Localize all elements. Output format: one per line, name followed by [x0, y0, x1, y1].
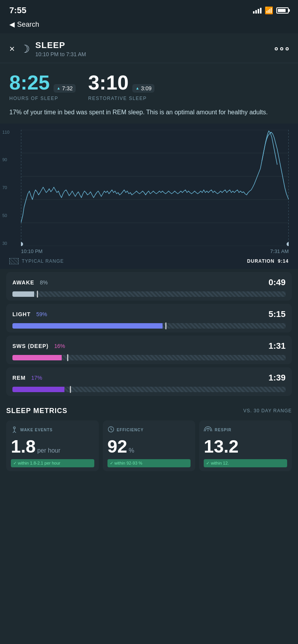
chart-footer: TYPICAL RANGE DURATION 9:14 [9, 254, 289, 266]
stage-bar-awake [12, 291, 286, 297]
stage-time-rem: 1:39 [269, 373, 286, 383]
sleep-chart-svg [21, 130, 289, 246]
metric-footer-wake: ✓ within 1.8-2.1 per hour [11, 459, 94, 467]
sleep-title-block: SLEEP 10:10 PM to 7:31 AM [35, 40, 86, 57]
stage-card-deep: SWS (DEEP) 16% 1:31 [6, 336, 292, 364]
metric-big-respiration: 13.2 [204, 437, 239, 455]
signal-icon [253, 7, 262, 14]
restorative-avg: 3:09 [141, 85, 151, 91]
stage-card-light: LIGHT 59% 5:15 [6, 304, 292, 332]
metric-value-respiration: 13.2 [204, 437, 287, 455]
stage-time-deep: 1:31 [269, 341, 286, 351]
svg-line-13 [14, 431, 16, 433]
metrics-title: SLEEP METRICS [6, 407, 68, 415]
sleep-header: × ☽ SLEEP 10:10 PM to 7:31 AM [0, 33, 298, 63]
metric-value-wake: 1.8 per hour [11, 437, 94, 455]
metric-label-wake: WAKE EVENTS [20, 428, 53, 432]
moon-icon: ☽ [20, 43, 30, 55]
svg-line-12 [13, 431, 14, 433]
stats-row: 8:25 ▲ 7:32 HOURS OF SLEEP 3:10 ▲ 3:09 R… [9, 71, 289, 101]
stage-bar-fill-light [12, 323, 163, 329]
metric-footer-respiration-text: ✓ within 12. [206, 461, 229, 466]
more-dot-3 [286, 47, 289, 50]
stage-marker-light [165, 322, 166, 329]
status-time: 7:55 [9, 5, 26, 15]
hours-label: HOURS OF SLEEP [9, 96, 76, 101]
stage-bar-fill-awake [12, 291, 34, 297]
metric-card-wake-events: WAKE EVENTS 1.8 per hour ✓ within 1.8-2.… [6, 420, 99, 471]
more-dot-1 [275, 47, 278, 50]
metric-card-header-respiration: RESPIR [204, 426, 287, 434]
stage-header-light: LIGHT 59% 5:15 [12, 309, 286, 319]
chart-y-labels: 110 90 70 50 30 [2, 130, 9, 246]
stage-card-rem: REM 17% 1:39 [6, 367, 292, 396]
metrics-cards: WAKE EVENTS 1.8 per hour ✓ within 1.8-2.… [6, 420, 292, 471]
metric-label-efficiency: EFFICIENCY [117, 428, 144, 432]
stage-time-awake: 0:49 [269, 277, 286, 288]
hours-of-sleep-value: 8:25 [9, 71, 50, 94]
hours-of-sleep-block: 8:25 ▲ 7:32 HOURS OF SLEEP [9, 71, 76, 101]
duration-block: DURATION 9:14 [247, 258, 289, 264]
metric-big-wake: 1.8 [11, 437, 36, 455]
y-label-90: 90 [2, 157, 9, 162]
status-icons: 📶 [253, 6, 289, 15]
wifi-icon: 📶 [265, 6, 273, 15]
more-dot-2 [280, 47, 283, 50]
sleep-header-left: × ☽ SLEEP 10:10 PM to 7:31 AM [9, 40, 86, 57]
restorative-sleep-block: 3:10 ▲ 3:09 RESTORATIVE SLEEP [88, 71, 154, 101]
more-button[interactable] [275, 47, 289, 50]
back-button[interactable]: ◀ Search [9, 20, 39, 29]
stage-header-awake: AWAKE 8% 0:49 [12, 277, 286, 288]
sleep-time-range: 10:10 PM to 7:31 AM [35, 51, 86, 57]
stage-bar-fill-rem [12, 387, 64, 392]
metric-card-header-efficiency: EFFICIENCY [107, 426, 191, 434]
hours-badge: ▲ 7:32 [54, 84, 76, 93]
restorative-arrow-icon: ▲ [135, 86, 139, 90]
respiration-icon [204, 426, 212, 434]
y-label-70: 70 [2, 185, 9, 190]
metric-footer-efficiency-text: ✓ within 92-93 % [110, 461, 142, 466]
stage-header-rem: REM 17% 1:39 [12, 373, 286, 383]
metric-unit-efficiency: % [129, 447, 134, 454]
restorative-label: RESTORATIVE SLEEP [88, 96, 154, 101]
y-label-110: 110 [2, 130, 9, 134]
wake-events-icon [11, 426, 18, 434]
stages-section: AWAKE 8% 0:49 LIGHT 59% 5:15 SWS (DEEP [0, 269, 298, 399]
metric-footer-efficiency: ✓ within 92-93 % [107, 459, 191, 467]
back-arrow-icon: ◀ [9, 20, 15, 29]
duration-label: DURATION [247, 258, 274, 264]
stage-bar-deep [12, 355, 286, 360]
stage-name-light: LIGHT 59% [12, 311, 47, 318]
metric-card-efficiency: EFFICIENCY 92 % ✓ within 92-93 % [103, 420, 196, 471]
battery-icon [276, 7, 289, 14]
chart-end-time: 7:31 AM [270, 248, 289, 254]
metric-big-efficiency: 92 [107, 437, 127, 455]
hours-avg: 7:32 [62, 85, 73, 91]
svg-point-9 [287, 242, 289, 246]
stage-name-deep: SWS (DEEP) 16% [12, 343, 65, 350]
status-bar: 7:55 📶 [0, 0, 298, 19]
metric-label-respiration: RESPIR [215, 428, 231, 432]
stage-name-rem: REM 17% [12, 374, 42, 381]
metric-value-efficiency: 92 % [107, 437, 191, 455]
stage-time-light: 5:15 [269, 309, 286, 319]
metric-card-header-wake: WAKE EVENTS [11, 426, 94, 434]
stage-bar-fill-deep [12, 355, 62, 360]
efficiency-icon [107, 426, 114, 434]
typical-range: TYPICAL RANGE [9, 258, 64, 264]
close-button[interactable]: × [9, 43, 15, 54]
chart-time-labels: 10:10 PM 7:31 AM [21, 246, 289, 254]
stage-marker-deep [67, 354, 68, 361]
duration-value: 9:14 [278, 258, 289, 264]
metrics-header: SLEEP METRICS VS. 30 DAY RANGE [6, 407, 292, 415]
metric-footer-respiration: ✓ within 12. [204, 459, 287, 467]
stage-marker-rem [70, 386, 71, 393]
range-icon [9, 258, 19, 264]
metric-unit-wake: per hour [37, 447, 61, 454]
stage-bar-light [12, 323, 286, 329]
rem-note: 17% of your time in bed was spent in REM… [9, 107, 289, 117]
metric-footer-wake-text: ✓ within 1.8-2.1 per hour [13, 461, 61, 466]
stage-card-awake: AWAKE 8% 0:49 [6, 272, 292, 301]
metrics-section: SLEEP METRICS VS. 30 DAY RANGE WAKE EVEN… [0, 399, 298, 476]
metric-card-respiration: RESPIR 13.2 ✓ within 12. [199, 420, 292, 471]
